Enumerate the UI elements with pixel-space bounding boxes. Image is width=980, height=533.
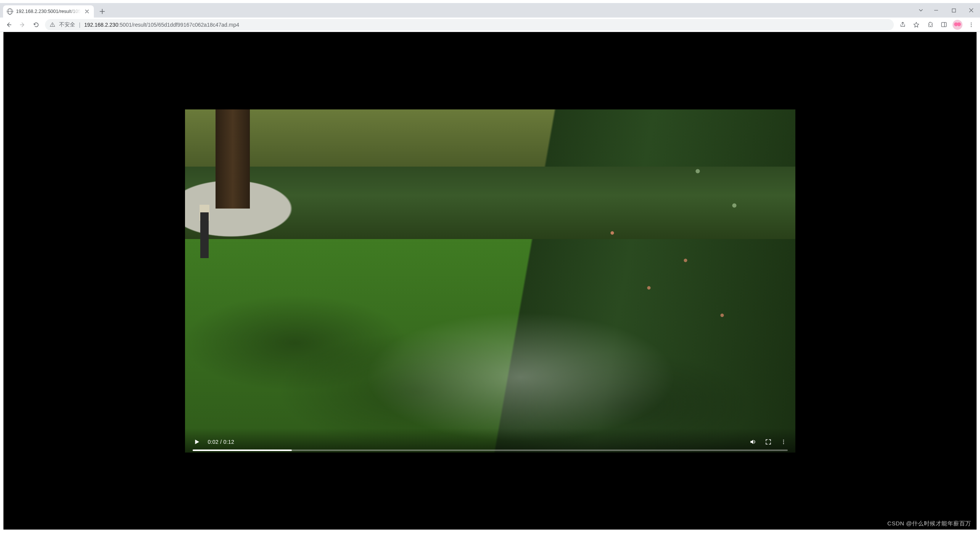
address-url: 192.168.2.230:5001/result/105/65d1ddf991… xyxy=(84,22,239,28)
fullscreen-button[interactable] xyxy=(764,438,772,446)
address-bar[interactable]: 不安全 | 192.168.2.230:5001/result/105/65d1… xyxy=(45,19,894,31)
url-host: 192.168.2.230 xyxy=(84,22,119,28)
new-tab-button[interactable] xyxy=(97,6,108,17)
svg-point-6 xyxy=(971,24,972,25)
share-button[interactable] xyxy=(896,19,909,31)
svg-rect-0 xyxy=(952,9,956,12)
bookmark-button[interactable] xyxy=(910,19,923,31)
tab-close-button[interactable] xyxy=(84,8,90,14)
nav-forward-button[interactable] xyxy=(16,19,29,31)
window-titlebar xyxy=(0,0,980,3)
nav-back-button[interactable] xyxy=(2,19,15,31)
video-frame[interactable]: 0:02 / 0:12 xyxy=(185,109,795,453)
tab-strip: 192.168.2.230:5001/result/105 xyxy=(0,3,980,18)
window-controls xyxy=(914,3,980,18)
not-secure-label: 不安全 xyxy=(59,21,75,28)
window-maximize-button[interactable] xyxy=(945,4,962,16)
svg-point-7 xyxy=(971,26,972,27)
video-controls: 0:02 / 0:12 xyxy=(185,428,795,453)
nav-reload-button[interactable] xyxy=(30,19,43,31)
url-path: :5001/result/105/65d1ddf99167c062a18c47a… xyxy=(118,22,239,28)
page-content: 0:02 / 0:12 CSDN @什么时候才能年薪百万 xyxy=(3,32,977,530)
video-still-frame xyxy=(185,109,795,453)
browser-tab-active[interactable]: 192.168.2.230:5001/result/105 xyxy=(3,5,94,18)
video-progress-fill xyxy=(193,450,292,451)
watermark-text: CSDN @什么时候才能年薪百万 xyxy=(887,520,971,527)
window-minimize-button[interactable] xyxy=(927,4,945,16)
chrome-menu-button[interactable] xyxy=(965,19,978,31)
globe-icon xyxy=(7,8,13,14)
svg-point-8 xyxy=(783,440,784,440)
not-secure-icon xyxy=(50,22,55,27)
svg-rect-3 xyxy=(941,22,946,27)
svg-point-10 xyxy=(783,443,784,444)
svg-point-2 xyxy=(52,26,53,26)
window-close-button[interactable] xyxy=(962,4,980,16)
video-time-display: 0:02 / 0:12 xyxy=(208,439,234,445)
svg-point-5 xyxy=(971,22,972,23)
play-button[interactable] xyxy=(193,438,201,446)
video-player[interactable]: 0:02 / 0:12 xyxy=(185,109,795,453)
extensions-button[interactable] xyxy=(924,19,937,31)
address-separator: | xyxy=(79,22,80,28)
browser-toolbar: 不安全 | 192.168.2.230:5001/result/105/65d1… xyxy=(0,18,980,32)
volume-button[interactable] xyxy=(749,438,757,446)
more-options-button[interactable] xyxy=(779,438,788,446)
tab-search-button[interactable] xyxy=(914,4,927,16)
svg-point-9 xyxy=(783,441,784,442)
video-progress-bar[interactable] xyxy=(193,450,788,451)
side-panel-button[interactable] xyxy=(937,19,950,31)
tab-title: 192.168.2.230:5001/result/105 xyxy=(16,9,81,14)
profile-avatar[interactable] xyxy=(953,20,962,30)
